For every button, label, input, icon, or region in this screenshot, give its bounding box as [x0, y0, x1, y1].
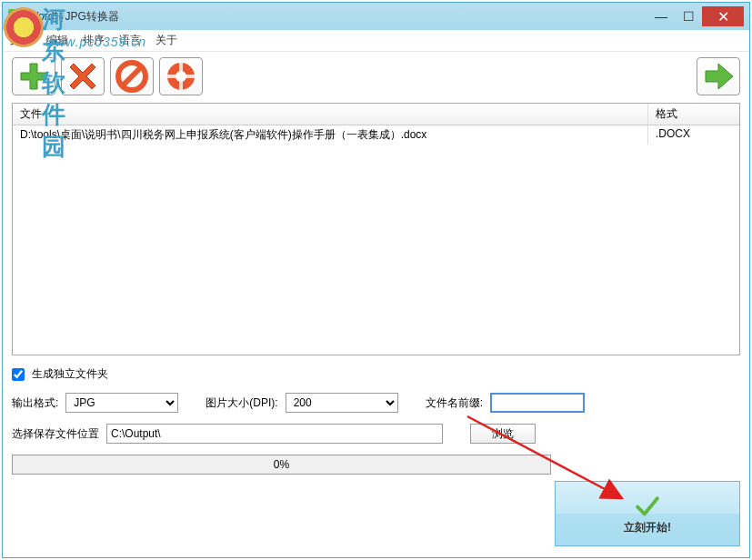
add-file-button[interactable]	[12, 57, 55, 95]
file-list-header: 文件 格式	[13, 104, 739, 125]
titlebar: Word转JPG转换器 — ☐ ✕	[3, 3, 749, 30]
prefix-label: 文件名前缀:	[426, 395, 483, 411]
menu-sort[interactable]: 排序	[83, 33, 105, 48]
no-entry-icon	[115, 60, 148, 93]
toolbar	[3, 52, 749, 101]
next-button[interactable]	[697, 57, 740, 95]
maximize-button[interactable]: ☐	[675, 6, 702, 26]
create-folder-checkbox[interactable]	[12, 368, 25, 381]
checkmark-icon	[635, 493, 660, 518]
file-list: 文件 格式 D:\tools\桌面\说明书\四川税务网上申报系统(客户端软件)操…	[12, 103, 740, 355]
menu-edit[interactable]: 编辑	[46, 33, 68, 48]
minimize-button[interactable]: —	[647, 6, 675, 26]
menubar: 文件 编辑 排序 语言 关于	[3, 30, 749, 52]
file-path-cell: D:\tools\桌面\说明书\四川税务网上申报系统(客户端软件)操作手册（一表…	[13, 125, 648, 145]
output-format-select[interactable]: JPG	[65, 393, 178, 413]
menu-language[interactable]: 语言	[119, 33, 141, 48]
create-folder-label: 生成独立文件夹	[32, 366, 108, 382]
file-list-body[interactable]: D:\tools\桌面\说明书\四川税务网上申报系统(客户端软件)操作手册（一表…	[13, 125, 739, 355]
column-header-format[interactable]: 格式	[648, 104, 739, 125]
save-location-input[interactable]	[106, 424, 443, 444]
close-button[interactable]: ✕	[702, 6, 744, 26]
dpi-label: 图片大小(DPI):	[206, 395, 277, 411]
menu-about[interactable]: 关于	[155, 33, 177, 48]
app-icon	[8, 9, 23, 24]
lifebuoy-icon	[165, 60, 197, 93]
column-header-file[interactable]: 文件	[13, 104, 648, 125]
help-button[interactable]	[159, 57, 203, 95]
plus-icon	[17, 60, 50, 93]
output-format-label: 输出格式:	[12, 395, 58, 411]
arrow-right-icon	[702, 60, 735, 93]
start-button[interactable]: 立刻开始!	[555, 481, 740, 546]
window-title: Word转JPG转换器	[28, 9, 119, 25]
clear-list-button[interactable]	[110, 57, 154, 95]
x-icon	[66, 60, 99, 93]
progress-bar: 0%	[12, 455, 551, 475]
progress-text: 0%	[274, 458, 289, 471]
prefix-input[interactable]	[490, 393, 585, 413]
browse-button[interactable]: 浏览	[470, 424, 536, 444]
start-button-label: 立刻开始!	[624, 520, 671, 535]
svg-line-1	[123, 67, 141, 85]
menu-file[interactable]: 文件	[10, 33, 32, 48]
file-row[interactable]: D:\tools\桌面\说明书\四川税务网上申报系统(客户端软件)操作手册（一表…	[13, 125, 739, 145]
file-format-cell: .DOCX	[648, 125, 739, 145]
remove-file-button[interactable]	[61, 57, 105, 95]
dpi-select[interactable]: 200	[286, 393, 398, 413]
svg-rect-5	[166, 75, 196, 78]
options-panel: 生成独立文件夹 输出格式: JPG 图片大小(DPI): 200 文件名前缀: …	[12, 366, 740, 475]
save-location-label: 选择保存文件位置	[12, 426, 99, 442]
